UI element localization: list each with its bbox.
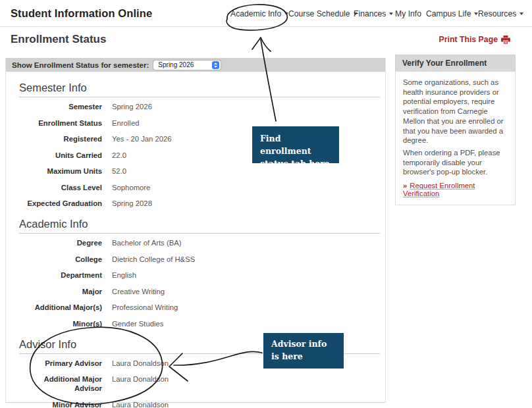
nav-resources-label: Resources xyxy=(478,9,516,18)
row-value: Dietrich College of H&SS xyxy=(112,255,195,264)
printer-icon xyxy=(501,36,510,44)
nav-campus-life[interactable]: Campus Life xyxy=(426,9,478,18)
row-value: Sophomore xyxy=(112,183,150,192)
row-value: Spring 2028 xyxy=(112,199,152,208)
row-value: Professional Writing xyxy=(112,303,178,312)
table-row: Additional Major AdvisorLaura Donaldson xyxy=(19,374,380,393)
table-row: Expected GraduationSpring 2028 xyxy=(19,199,380,208)
app-title: Student Information Online xyxy=(11,7,152,20)
table-row: CollegeDietrich College of H&SS xyxy=(19,255,380,264)
row-value: Creative Writing xyxy=(112,287,165,296)
row-value: 22.0 xyxy=(112,151,126,160)
semester-select-value: Spring 2026 xyxy=(158,61,194,68)
row-label: Major xyxy=(19,287,102,296)
chevron-down-icon xyxy=(519,13,523,15)
semester-select[interactable]: Spring 2026 xyxy=(153,60,221,70)
verify-enrollment-paragraph: When ordering a PDF, please temporarily … xyxy=(403,148,508,177)
nav-my-info[interactable]: My Info xyxy=(395,9,421,18)
request-enrollment-verification-link[interactable]: Request Enrollment Verification xyxy=(403,182,475,197)
enrollment-status-page: Student Information Online Academic Info… xyxy=(0,0,532,408)
row-value: Laura Donaldson xyxy=(112,374,169,393)
row-label: Additional Major Advisor xyxy=(19,374,102,393)
nav-course-schedule[interactable]: Course Schedule xyxy=(288,9,358,18)
print-this-page-link[interactable]: Print This Page xyxy=(439,35,510,44)
row-label: Degree xyxy=(19,238,102,247)
row-label: Expected Graduation xyxy=(19,199,102,208)
annotation-callout-enrollment: Find enrollment status tab here xyxy=(252,126,339,163)
table-row: Minor AdvisorLaura Donaldson xyxy=(19,400,380,408)
nav-my-info-label: My Info xyxy=(395,9,421,18)
verify-enrollment-title: Verify Your Enrollment xyxy=(395,55,516,71)
row-value: Laura Donaldson xyxy=(112,359,169,368)
table-row: DepartmentEnglish xyxy=(19,270,380,280)
row-label: College xyxy=(19,255,102,264)
row-label: Additional Major(s) xyxy=(19,303,102,312)
section-title: Academic Info xyxy=(19,218,380,234)
row-label: Semester xyxy=(19,102,102,111)
nav-finances-label: Finances xyxy=(354,9,386,18)
row-value: Laura Donaldson xyxy=(112,400,169,408)
row-label: Department xyxy=(19,270,102,280)
row-value: Yes - 20 Jan 2026 xyxy=(112,134,172,143)
table-row: MajorCreative Writing xyxy=(19,287,380,296)
row-value: Enrolled xyxy=(112,118,139,128)
nav-resources[interactable]: Resources xyxy=(478,9,523,18)
table-row: Additional Major(s)Professional Writing xyxy=(19,303,380,312)
nav-course-schedule-label: Course Schedule xyxy=(288,9,350,18)
print-this-page-label: Print This Page xyxy=(439,35,498,44)
row-label: Primary Advisor xyxy=(19,359,102,368)
nav-finances[interactable]: Finances xyxy=(354,9,393,18)
table-row: Minor(s)Gender Studies xyxy=(19,319,380,328)
row-label: Minor Advisor xyxy=(19,400,102,408)
chevron-down-icon xyxy=(389,13,393,15)
nav-academic-info[interactable]: Academic Info xyxy=(230,9,288,18)
section-title: Semester Info xyxy=(19,82,380,97)
nav-campus-life-label: Campus Life xyxy=(426,9,471,18)
table-row: SemesterSpring 2026 xyxy=(19,102,380,111)
row-label: Minor(s) xyxy=(19,319,102,328)
page-title: Enrollment Status xyxy=(11,33,106,46)
semester-filter-label: Show Enrollment Status for semester: xyxy=(12,61,149,69)
annotation-callout-advisor: Advisor info is here xyxy=(263,333,344,369)
semester-filter-bar: Show Enrollment Status for semester: Spr… xyxy=(6,58,385,72)
row-value: English xyxy=(112,270,136,280)
row-value: Gender Studies xyxy=(112,319,164,328)
table-row: DegreeBachelor of Arts (BA) xyxy=(19,238,380,247)
row-label: Units Carried xyxy=(19,151,102,160)
row-label: Enrollment Status xyxy=(19,118,102,128)
table-row: Class LevelSophomore xyxy=(19,183,380,192)
section-academic-info: Academic Info DegreeBachelor of Arts (BA… xyxy=(6,218,385,328)
app-header: Student Information Online Academic Info… xyxy=(0,0,532,27)
verify-enrollment-panel: Verify Your Enrollment Some organization… xyxy=(395,55,516,205)
select-stepper-icon xyxy=(212,61,219,69)
row-label: Class Level xyxy=(19,183,102,192)
verify-enrollment-body: Some organizations, such as health insur… xyxy=(395,71,516,205)
arrow-annotation-enrollment-head xyxy=(252,38,271,51)
row-value: 52.0 xyxy=(112,166,126,176)
verify-enrollment-paragraph: Some organizations, such as health insur… xyxy=(403,78,508,145)
row-value: Spring 2026 xyxy=(112,102,152,111)
row-label: Maximum Units xyxy=(19,166,102,176)
row-value: Bachelor of Arts (BA) xyxy=(112,238,181,247)
nav-academic-info-label: Academic Info xyxy=(230,9,281,18)
double-chevron-icon: » xyxy=(403,182,407,190)
row-label: Registered xyxy=(19,134,102,143)
